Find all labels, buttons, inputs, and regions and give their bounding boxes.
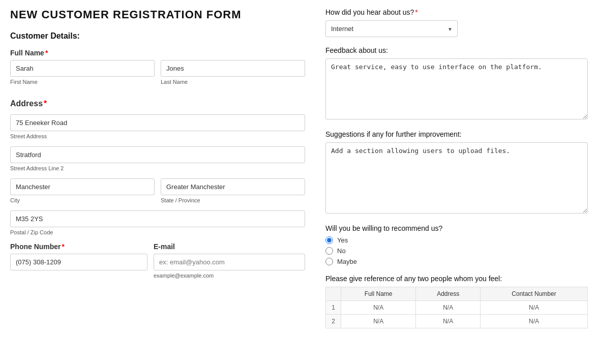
ref-row1-address: N/A xyxy=(416,301,481,315)
state-group: State / Province xyxy=(161,178,305,203)
phone-label: Phone Number* xyxy=(10,242,147,251)
full-name-label: Full Name* xyxy=(10,49,305,57)
page-title: NEW CUSTOMER REGISTRATION FORM xyxy=(10,8,305,21)
phone-email-row: Phone Number* E-mail example@example.com xyxy=(10,242,305,286)
ref-row2-contact: N/A xyxy=(480,315,587,328)
recommend-maybe-radio[interactable] xyxy=(325,258,333,265)
recommend-no-radio[interactable] xyxy=(325,247,333,255)
required-star: * xyxy=(415,8,417,16)
first-name-label: First Name xyxy=(10,79,155,85)
recommend-yes[interactable]: Yes xyxy=(325,236,588,244)
recommend-no[interactable]: No xyxy=(325,247,588,255)
ref-row1-fullname: N/A xyxy=(341,301,416,315)
recommend-section: Will you be willing to recommend us? Yes… xyxy=(325,224,588,265)
ref-col-num xyxy=(326,287,341,301)
table-row: 1 N/A N/A N/A xyxy=(326,301,588,315)
state-label: State / Province xyxy=(161,197,305,203)
state-input[interactable] xyxy=(161,178,305,195)
recommend-label: Will you be willing to recommend us? xyxy=(325,224,588,232)
ref-row1-contact: N/A xyxy=(480,301,587,315)
hear-about-section: How did you hear about us?* Internet Soc… xyxy=(325,8,588,37)
ref-row1-num: 1 xyxy=(326,301,341,315)
street-address-group: Street Address xyxy=(10,114,305,139)
street-address-input[interactable] xyxy=(10,114,305,131)
email-group: E-mail example@example.com xyxy=(154,242,305,279)
feedback-label: Feedback about us: xyxy=(325,46,588,54)
recommend-maybe[interactable]: Maybe xyxy=(325,258,588,265)
recommend-radio-group: Yes No Maybe xyxy=(325,236,588,265)
postal-group: Postal / Zip Code xyxy=(10,210,305,235)
recommend-no-label: No xyxy=(337,247,346,255)
customer-details-heading: Customer Details: xyxy=(10,32,305,41)
email-label: E-mail xyxy=(154,242,305,251)
required-star: * xyxy=(44,99,47,108)
recommend-maybe-label: Maybe xyxy=(337,258,357,265)
city-label: City xyxy=(10,197,155,203)
table-row: 2 N/A N/A N/A xyxy=(326,315,588,328)
first-name-group: First Name xyxy=(10,60,155,85)
city-input[interactable] xyxy=(10,178,155,195)
reference-section: Please give reference of any two people … xyxy=(325,275,588,328)
required-star: * xyxy=(45,49,48,57)
ref-row2-address: N/A xyxy=(416,315,481,328)
last-name-label: Last Name xyxy=(161,79,305,85)
suggestions-section: Suggestions if any for further improveme… xyxy=(325,130,588,215)
reference-table: Full Name Address Contact Number 1 N/A N… xyxy=(325,287,588,328)
address-label: Address* xyxy=(10,99,305,108)
email-input[interactable] xyxy=(154,254,305,270)
required-star: * xyxy=(62,242,65,251)
last-name-group: Last Name xyxy=(161,60,305,85)
last-name-input[interactable] xyxy=(161,60,305,77)
address-group: Address* Street Address Street Address L… xyxy=(10,99,305,235)
phone-group: Phone Number* xyxy=(10,242,147,279)
ref-col-address: Address xyxy=(416,287,481,301)
phone-input[interactable] xyxy=(10,254,147,270)
ref-col-contact: Contact Number xyxy=(480,287,587,301)
email-sub-label: example@example.com xyxy=(154,272,305,279)
recommend-yes-radio[interactable] xyxy=(325,236,333,244)
street-address-label: Street Address xyxy=(10,133,305,139)
suggestions-textarea[interactable]: Add a section allowing users to upload f… xyxy=(325,142,588,214)
hear-about-select-wrapper[interactable]: Internet Social Media Friend Advertiseme… xyxy=(325,20,458,37)
full-name-group: Full Name* First Name Last Name xyxy=(10,49,305,92)
hear-about-select[interactable]: Internet Social Media Friend Advertiseme… xyxy=(325,20,458,37)
city-group: City xyxy=(10,178,155,203)
postal-input[interactable] xyxy=(10,210,305,227)
ref-row2-fullname: N/A xyxy=(341,315,416,328)
first-name-input[interactable] xyxy=(10,60,155,77)
street-address2-input[interactable] xyxy=(10,146,305,163)
hear-about-label: How did you hear about us?* xyxy=(325,8,588,16)
postal-label: Postal / Zip Code xyxy=(10,229,305,235)
recommend-yes-label: Yes xyxy=(337,236,348,244)
feedback-textarea[interactable]: Great service, easy to use interface on … xyxy=(325,58,588,119)
street-address2-group: Street Address Line 2 xyxy=(10,146,305,171)
feedback-section: Feedback about us: Great service, easy t… xyxy=(325,46,588,121)
ref-col-fullname: Full Name xyxy=(341,287,416,301)
suggestions-label: Suggestions if any for further improveme… xyxy=(325,130,588,138)
ref-row2-num: 2 xyxy=(326,315,341,328)
reference-title: Please give reference of any two people … xyxy=(325,275,588,283)
street-address2-label: Street Address Line 2 xyxy=(10,165,305,171)
